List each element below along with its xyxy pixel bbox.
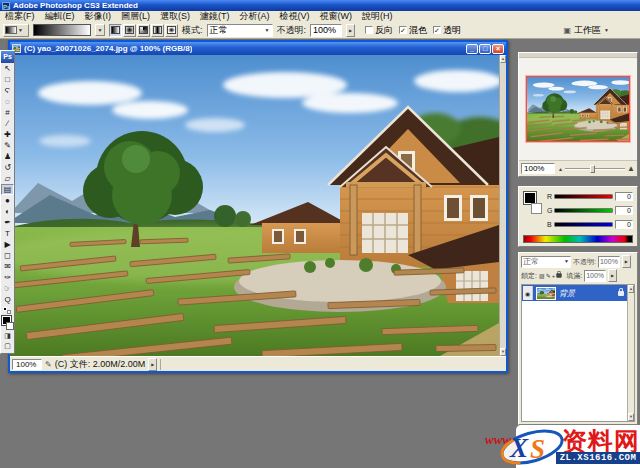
layers-opacity-popup[interactable]: ▶	[622, 255, 631, 268]
gradient-type-angle-button[interactable]	[137, 24, 150, 37]
pen-tool[interactable]: ✒	[1, 217, 14, 228]
layers-fill-value[interactable]: 100%	[584, 270, 606, 282]
screen-mode-button[interactable]: ▢	[1, 341, 14, 351]
checkbox-unchecked[interactable]	[365, 26, 373, 34]
gradient-type-diamond-button[interactable]	[165, 24, 178, 37]
menu-item-6[interactable]: 分析(A)	[235, 11, 275, 22]
color-swatch-control[interactable]	[1, 316, 14, 331]
menu-item-2[interactable]: 影像(I)	[80, 11, 117, 22]
menu-item-8[interactable]: 視窗(W)	[315, 11, 358, 22]
maximize-button[interactable]: □	[479, 44, 491, 54]
quick-mask-button[interactable]: ◨	[1, 331, 14, 341]
tool-palette-ps-logo[interactable]: Ps	[1, 51, 14, 63]
document-size-status: (C) 文件: 2.00M/2.00M	[55, 358, 146, 371]
channel-slider[interactable]	[554, 194, 613, 199]
eraser-tool[interactable]: ▱	[1, 173, 14, 184]
crop-tool[interactable]: #	[1, 107, 14, 118]
blur-tool[interactable]: ●	[1, 195, 14, 206]
path-selection-tool[interactable]: ▶	[1, 239, 14, 250]
dodge-tool[interactable]: ◐	[1, 206, 14, 217]
slice-tool[interactable]: ∕	[1, 118, 14, 129]
notes-tool[interactable]: ✉	[1, 261, 14, 272]
move-tool[interactable]: ↖	[1, 63, 14, 74]
slider-track[interactable]	[565, 168, 625, 170]
opacity-value[interactable]: 100%	[310, 24, 342, 37]
background-color-swatch[interactable]	[6, 322, 14, 330]
lock-transparency-icon[interactable]: ▨	[539, 272, 545, 280]
layer-items: ◉	[522, 285, 627, 421]
blend-mode-select[interactable]: 正常 ▼	[207, 24, 273, 37]
gradient-type-reflected-button[interactable]	[151, 24, 164, 37]
gradient-type-radial-button[interactable]	[123, 24, 136, 37]
close-button[interactable]: ×	[492, 44, 504, 54]
document-canvas[interactable]: ▲ ▼	[10, 55, 506, 356]
layers-opacity-value[interactable]: 100%	[598, 256, 620, 268]
checkbox-checked[interactable]: ✓	[433, 26, 441, 34]
app-title-bar[interactable]: Ps Adobe Photoshop CS3 Extended	[0, 0, 640, 11]
channel-slider[interactable]	[554, 222, 613, 227]
zoom-in-icon[interactable]: ▲	[627, 164, 635, 173]
visibility-eye-icon[interactable]: ◉	[523, 286, 533, 300]
lock-position-icon[interactable]: +	[552, 272, 556, 280]
gradient-tool[interactable]: ▤	[1, 184, 14, 195]
hand-tool[interactable]: ☞	[1, 283, 14, 294]
history-brush-tool[interactable]: ↺	[1, 162, 14, 173]
tool-list: ↖□Ϛ◌#∕✚✎♟↺▱▤●◐✒T▶◻✉✑☞Q	[1, 63, 14, 305]
checkbox-checked[interactable]: ✓	[399, 26, 407, 34]
chevron-down-icon: ▼	[265, 28, 270, 33]
shape-tool[interactable]: ◻	[1, 250, 14, 261]
gradient-option-checkboxes: 反向✓混色✓透明	[359, 24, 461, 37]
scroll-up-icon[interactable]: ▲	[628, 285, 634, 293]
window-buttons: _ □ ×	[466, 44, 504, 54]
layers-scrollbar[interactable]: ▲ ▼	[627, 285, 634, 421]
color-spectrum-ramp[interactable]	[523, 235, 633, 243]
layers-blend-mode-select[interactable]: 正常 ▼	[521, 256, 571, 268]
channel-value[interactable]: 0	[615, 206, 633, 215]
menu-item-3[interactable]: 圖層(L)	[116, 11, 155, 22]
lasso-tool[interactable]: Ϛ	[1, 85, 14, 96]
menu-item-1[interactable]: 編輯(E)	[40, 11, 80, 22]
navigator-zoom-slider[interactable]: ▲ ▲	[558, 164, 635, 173]
gradient-picker-dropdown[interactable]: ▼	[95, 24, 105, 36]
layers-fill-popup[interactable]: ▶	[608, 269, 617, 282]
menu-item-4[interactable]: 選取(S)	[155, 11, 195, 22]
vertical-scrollbar[interactable]: ▲ ▼	[499, 55, 506, 356]
eyedropper-tool[interactable]: ✑	[1, 272, 14, 283]
minimize-button[interactable]: _	[466, 44, 478, 54]
menu-item-0[interactable]: 檔案(F)	[0, 11, 40, 22]
tool-preset-picker[interactable]: ▼	[3, 24, 29, 37]
layers-opacity-label: 不透明:	[573, 257, 596, 267]
status-popup-button[interactable]: ▶	[148, 358, 157, 371]
marquee-tool[interactable]: □	[1, 74, 14, 85]
workspace-menu[interactable]: ▣ 工作區 ▼	[563, 24, 609, 37]
slider-thumb[interactable]	[590, 165, 595, 173]
channel-slider[interactable]	[554, 208, 613, 213]
layer-row[interactable]: ◉	[522, 285, 627, 301]
scroll-down-icon[interactable]: ▼	[628, 413, 634, 421]
channel-value[interactable]: 0	[615, 192, 633, 201]
menu-item-5[interactable]: 濾鏡(T)	[195, 11, 235, 22]
scroll-up-icon[interactable]: ▲	[500, 55, 506, 63]
lock-all-icon[interactable]	[556, 273, 561, 278]
navigator-zoom-field[interactable]: 100%	[521, 163, 555, 174]
document-title-bar[interactable]: (C) yao_20071026_2074.jpg @ 100% (RGB/8)…	[10, 42, 506, 55]
quick-selection-tool[interactable]: ◌	[1, 96, 14, 107]
zoom-out-icon[interactable]: ▲	[558, 166, 563, 172]
default-colors-icon[interactable]	[1, 307, 14, 315]
clone-stamp-tool[interactable]: ♟	[1, 151, 14, 162]
opacity-popup-button[interactable]: ▶	[346, 24, 355, 37]
navigator-thumbnail[interactable]	[526, 76, 630, 142]
background-color-swatch[interactable]	[531, 203, 542, 214]
type-tool[interactable]: T	[1, 228, 14, 239]
scroll-down-icon[interactable]: ▼	[500, 348, 506, 356]
gradient-preview[interactable]	[33, 24, 91, 36]
channel-value[interactable]: 0	[615, 220, 633, 229]
brush-tool[interactable]: ✎	[1, 140, 14, 151]
healing-brush-tool[interactable]: ✚	[1, 129, 14, 140]
gradient-type-linear-button[interactable]	[109, 24, 122, 37]
menu-item-7[interactable]: 檢視(V)	[275, 11, 315, 22]
zoom-tool[interactable]: Q	[1, 294, 14, 305]
lock-image-icon[interactable]: ✎	[546, 272, 551, 280]
menu-item-9[interactable]: 說明(H)	[357, 11, 398, 22]
zoom-level-field[interactable]: 100%	[12, 359, 42, 370]
